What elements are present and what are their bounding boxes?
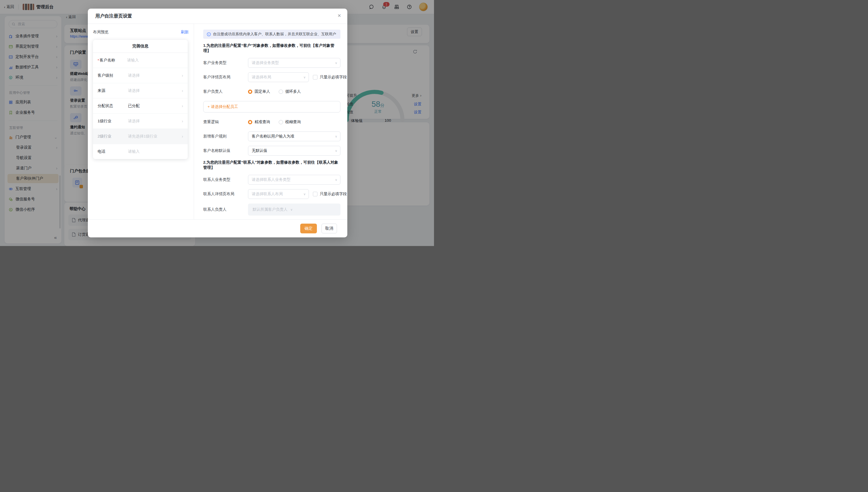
contact-owner-field-disabled: 默认所属客户负责人 ∨: [248, 203, 341, 216]
chevron-right-icon: ›: [182, 134, 183, 139]
form-row-new-customer-rule: 新增客户规则 客户名称以用户输入为准 ∨: [203, 131, 341, 141]
modal-footer: 确定 取消: [88, 219, 347, 238]
chevron-right-icon: ›: [182, 89, 183, 93]
modal-body: 布局预览 刷新 完善信息 * 客户名称 请输入 客户级别 请选择 ›: [88, 24, 347, 219]
radio-exact-query[interactable]: 精准查询: [248, 119, 270, 125]
checkbox[interactable]: [313, 192, 318, 196]
form-row-contact-owner: 联系人负责人 默认所属客户负责人 ∨: [203, 203, 341, 216]
preview-label: 布局预览: [93, 29, 108, 35]
preview-toolbar: 布局预览 刷新: [93, 29, 189, 35]
chevron-down-icon: ∨: [335, 61, 337, 65]
form-row-contact-type: 联系人业务类型 请选择联系人业务类型 ∨: [203, 175, 341, 184]
preview-row-industry-1[interactable]: 1级行业 请选择 ›: [93, 114, 188, 129]
preview-card: 完善信息 * 客户名称 请输入 客户级别 请选择 › 来源 请选择 ›: [93, 40, 188, 159]
form-row-customer-type: 客户业务类型 请选择业务类型 ∨: [203, 58, 341, 68]
modal-title: 用户自注册页设置: [95, 13, 132, 19]
chevron-right-icon: ›: [182, 119, 183, 123]
chevron-right-icon: ›: [182, 104, 183, 108]
radio-unselected[interactable]: [279, 120, 283, 124]
checkbox[interactable]: [313, 75, 318, 79]
cancel-button[interactable]: 取消: [321, 224, 337, 233]
preview-row-phone[interactable]: 电话 请输入: [93, 144, 188, 159]
customer-layout-select[interactable]: 请选择布局 ∨: [248, 72, 309, 82]
section2-title: 2.为您的注册用户配置“联系人”对象参数，如需修改参数，可前往【联系人对象管理】: [203, 160, 341, 170]
chevron-down-icon: ∨: [335, 134, 337, 138]
preview-row-source[interactable]: 来源 请选择 ›: [93, 83, 188, 98]
settings-form-pane: 自注册成功后系统内录入客户、联系人数据，并且关联互联企业、互联用户 1.为您的注…: [194, 24, 347, 219]
radio-selected[interactable]: [248, 120, 252, 124]
info-banner-text: 自注册成功后系统内录入客户、联系人数据，并且关联互联企业、互联用户: [213, 31, 336, 37]
required-only-checkbox-wrap[interactable]: 只显示必填字段: [313, 192, 347, 197]
radio-selected[interactable]: [248, 90, 252, 94]
layout-preview-pane: 布局预览 刷新 完善信息 * 客户名称 请输入 客户级别 请选择 ›: [88, 24, 194, 219]
chevron-down-icon: ∨: [335, 178, 337, 182]
form-row-customer-owner: 客户负责人 固定单人 循环多人: [203, 87, 341, 96]
chevron-right-icon: ›: [182, 73, 183, 78]
section1-title: 1.为您的注册用户配置“客户”对象参数，如需修改参数，可前往【客户对象管理】: [203, 43, 341, 53]
contact-layout-select[interactable]: 请选择联系人布局 ∨: [248, 189, 309, 199]
info-banner: 自注册成功后系统内录入客户、联系人数据，并且关联互联企业、互联用户: [203, 29, 341, 39]
form-row-contact-layout: 联系人详情页布局 请选择联系人布局 ∨ 只显示必填字段: [203, 189, 341, 199]
radio-unselected[interactable]: [279, 90, 283, 94]
chevron-down-icon: ∨: [303, 192, 306, 196]
form-row-default-name: 客户名称默认值 无默认值 ∨: [203, 146, 341, 155]
form-row-customer-layout: 客户详情页布局 请选择布局 ∨ 只显示必填字段: [203, 72, 341, 82]
info-icon: [207, 32, 211, 36]
preview-row-customer-level[interactable]: 客户级别 请选择 ›: [93, 68, 188, 83]
chevron-down-icon: ∨: [335, 149, 337, 153]
radio-fixed-single[interactable]: 固定单人: [248, 89, 270, 94]
chevron-down-icon: ∨: [303, 75, 306, 79]
new-customer-rule-select[interactable]: 客户名称以用户输入为准 ∨: [248, 131, 341, 141]
preview-row-customer-name[interactable]: * 客户名称 请输入: [93, 53, 188, 68]
customer-type-select[interactable]: 请选择业务类型 ∨: [248, 58, 341, 68]
refresh-link[interactable]: 刷新: [181, 29, 189, 35]
close-icon[interactable]: ×: [338, 13, 341, 18]
screen: ‹ 返回 管理后台 1: [0, 0, 434, 246]
radio-round-robin[interactable]: 循环多人: [279, 89, 301, 94]
chevron-down-icon: ∨: [291, 208, 293, 212]
assign-employee-picker[interactable]: + 请选择分配员工: [203, 101, 341, 113]
required-asterisk: *: [98, 58, 99, 63]
form-row-dedupe: 查重逻辑 精准查询 模糊查询: [203, 117, 341, 127]
preview-card-title: 完善信息: [93, 40, 188, 53]
radio-fuzzy-query[interactable]: 模糊查询: [279, 119, 301, 125]
confirm-button[interactable]: 确定: [300, 224, 317, 233]
preview-row-assign-status[interactable]: 分配状态 已分配 ›: [93, 98, 188, 114]
default-name-select[interactable]: 无默认值 ∨: [248, 146, 341, 155]
contact-type-select[interactable]: 请选择联系人业务类型 ∨: [248, 175, 341, 184]
preview-row-industry-2[interactable]: 2级行业 请先选择1级行业 ›: [93, 129, 188, 144]
self-registration-modal: 用户自注册页设置 × 布局预览 刷新 完善信息 * 客户名称 请输入: [88, 8, 347, 238]
required-only-checkbox-wrap[interactable]: 只显示必填字段: [313, 75, 347, 80]
modal-header: 用户自注册页设置 ×: [88, 8, 347, 24]
